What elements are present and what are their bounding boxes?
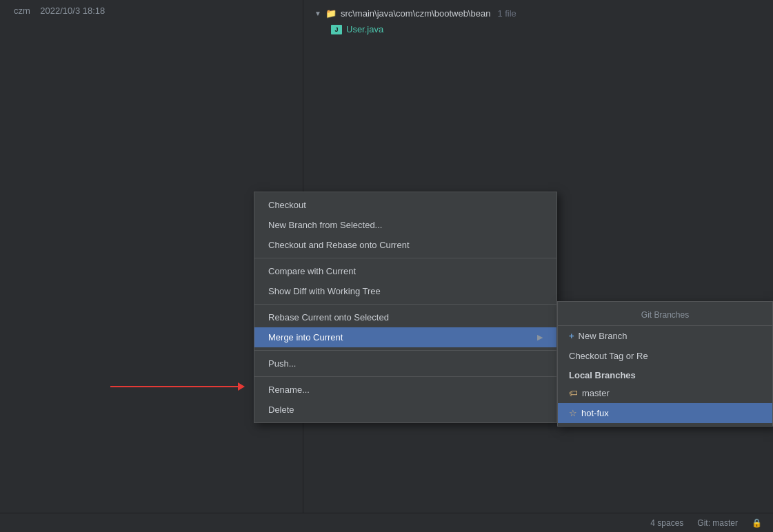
star-icon: ☆ [569, 408, 577, 418]
menu-item-checkout[interactable]: Checkout [254, 195, 556, 215]
menu-separator-2 [254, 304, 556, 305]
git-branches-master[interactable]: 🏷 master [558, 383, 772, 403]
local-branches-label: Local Branches [558, 366, 772, 383]
folder-icon: 📁 [325, 8, 337, 19]
file-tree: ▼ 📁 src\main\java\com\czm\bootweb\bean 1… [303, 0, 773, 44]
menu-separator-3 [254, 350, 556, 351]
file-path: src\main\java\com\czm\bootweb\bean [341, 8, 490, 19]
tag-icon: 🏷 [569, 388, 578, 398]
lock-icon: 🔒 [752, 518, 762, 528]
branch-master-label: master [582, 388, 610, 398]
menu-item-compare-current[interactable]: Compare with Current [254, 261, 556, 281]
context-menu: Checkout New Branch from Selected... Che… [254, 192, 557, 423]
menu-item-checkout-rebase[interactable]: Checkout and Rebase onto Current [254, 235, 556, 255]
menu-item-delete[interactable]: Delete [254, 400, 556, 420]
java-file-icon: J [331, 25, 342, 34]
arrow-line [110, 386, 238, 387]
menu-item-new-branch-selected[interactable]: New Branch from Selected... [254, 215, 556, 235]
menu-separator-4 [254, 376, 556, 377]
status-git: Git: master [697, 518, 738, 528]
file-count: 1 file [497, 8, 516, 19]
menu-item-push[interactable]: Push... [254, 354, 556, 374]
file-tree-path: ▼ 📁 src\main\java\com\czm\bootweb\bean 1… [314, 8, 762, 19]
commit-author: czm [14, 6, 30, 16]
menu-item-rebase-current[interactable]: Rebase Current onto Selected [254, 307, 556, 327]
plus-icon: + [569, 331, 574, 341]
checkout-tag-label: Checkout Tag or Re [569, 351, 648, 361]
menu-item-show-diff[interactable]: Show Diff with Working Tree [254, 281, 556, 301]
branch-hot-fux-label: hot-fux [581, 408, 609, 418]
arrow-annotation [110, 382, 245, 391]
git-branches-new-branch[interactable]: + New Branch [558, 326, 772, 346]
status-bar: 4 spaces Git: master 🔒 [0, 513, 773, 532]
new-branch-label: New Branch [579, 331, 628, 341]
git-branches-title: Git Branches [558, 305, 772, 326]
file-name: User.java [346, 24, 383, 34]
menu-item-merge-current[interactable]: Merge into Current ▶ [254, 327, 556, 347]
status-spaces: 4 spaces [650, 518, 683, 528]
file-item-user-java[interactable]: J User.java [314, 23, 762, 36]
commit-info: czm 2022/10/3 18:18 [14, 6, 105, 16]
menu-item-rename[interactable]: Rename... [254, 380, 556, 400]
git-branches-hot-fux[interactable]: ☆ hot-fux [558, 403, 772, 423]
tree-expand-icon[interactable]: ▼ [314, 10, 321, 17]
menu-separator-1 [254, 258, 556, 258]
submenu-arrow-icon: ▶ [537, 333, 543, 342]
commit-date: 2022/10/3 18:18 [40, 6, 105, 16]
git-branches-checkout-tag[interactable]: Checkout Tag or Re [558, 346, 772, 366]
git-branches-menu: Git Branches + New Branch Checkout Tag o… [557, 301, 773, 427]
arrow-head [238, 382, 245, 391]
